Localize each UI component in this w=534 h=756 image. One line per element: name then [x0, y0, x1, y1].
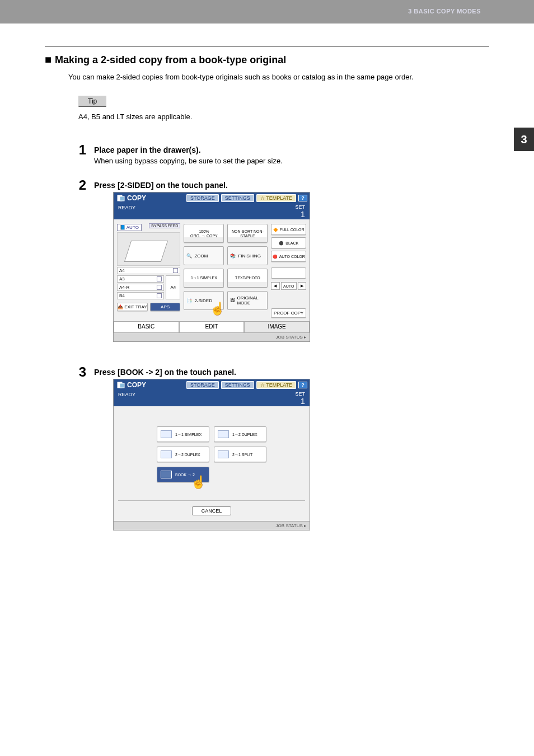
text-photo-button[interactable]: TEXT/PHOTO: [227, 269, 268, 288]
template-button[interactable]: ☆ TEMPLATE: [256, 381, 296, 389]
auto-color-button[interactable]: 🔴AUTO COLOR: [271, 251, 306, 262]
step-number: 1: [74, 143, 86, 171]
simplex-1-1-button[interactable]: 1→1 SIMPLEX: [157, 426, 209, 442]
section-title-text: Making a 2-sided copy from a book-type o…: [55, 54, 286, 65]
black-button[interactable]: ⚫BLACK: [271, 237, 306, 248]
duplex-1-2-button[interactable]: 1→2 DUPLEX: [214, 426, 266, 442]
tray-icon: [173, 268, 178, 273]
density-slider[interactable]: ◀ AUTO ▶: [271, 282, 306, 290]
tray-a3[interactable]: A3: [117, 275, 164, 283]
tip-label: Tip: [78, 96, 106, 107]
panel-footer: JOB STATUS ▸: [114, 332, 310, 341]
tip-bar: Tip: [78, 96, 489, 107]
set-counter: SET1: [295, 392, 305, 405]
cancel-row: CANCEL: [118, 500, 305, 521]
simplex-icon: [161, 430, 172, 438]
step-title: Place paper in the drawer(s).: [94, 145, 283, 154]
tray-a4[interactable]: A4: [117, 267, 180, 274]
panel-status-bar: READY SET1: [114, 204, 310, 219]
finishing-button[interactable]: 📚FINISHING: [227, 246, 268, 265]
book-2-button[interactable]: BOOK → 2☝: [157, 467, 209, 482]
section-intro: You can make 2-sided copies from book-ty…: [68, 73, 489, 81]
svg-rect-3: [120, 383, 124, 388]
bypass-feed-button[interactable]: BYPASS FEED: [149, 223, 180, 228]
panel-header: COPY STORAGE SETTINGS ☆ TEMPLATE ?: [114, 379, 310, 391]
aps-button[interactable]: APS: [150, 303, 181, 311]
tray-a4r[interactable]: A4-R: [117, 284, 164, 291]
step-2: 2 Press [2-SIDED] on the touch panel. CO…: [74, 179, 489, 358]
2sided-button[interactable]: 📑2-SIDED☝: [184, 291, 224, 310]
tip-text: A4, B5 and LT sizes are applicable.: [78, 112, 489, 121]
panel-body: 1→1 SIMPLEX 1→2 DUPLEX 2→2 DUPLEX 2→1 SP…: [114, 406, 310, 521]
step-1: 1 Place paper in the drawer(s). When usi…: [74, 143, 489, 171]
panel-title: COPY: [117, 381, 146, 389]
original-mode-button[interactable]: 🖼ORIGINAL MODE: [227, 291, 268, 310]
touch-panel-duplex: COPY STORAGE SETTINGS ☆ TEMPLATE ? READY…: [113, 379, 310, 530]
auto-color-icon: 🔴: [273, 255, 278, 259]
ratio-button[interactable]: 100%ORG. → COPY: [184, 224, 224, 243]
split-icon: [218, 450, 229, 458]
original-mode-icon: 🖼: [230, 298, 235, 303]
tray-icon: [157, 285, 162, 290]
auto-badge[interactable]: 📘 AUTO: [117, 224, 142, 231]
duplex-icon: [161, 450, 172, 458]
color-icon: 🔶: [273, 228, 278, 232]
tab-edit[interactable]: EDIT: [179, 321, 245, 332]
cancel-button[interactable]: CANCEL: [192, 506, 232, 515]
storage-button[interactable]: STORAGE: [186, 381, 219, 389]
step-title: Press [BOOK -> 2] on the touch panel.: [94, 368, 310, 377]
tray-side-a4[interactable]: A4: [166, 275, 180, 299]
touch-panel-basic: COPY STORAGE SETTINGS ☆ TEMPLATE ? READY…: [113, 192, 310, 342]
section-marker: ■: [45, 53, 51, 65]
book-icon: [161, 471, 172, 478]
step-number: 2: [74, 179, 86, 358]
finishing-icon: 📚: [230, 253, 236, 259]
section-heading: ■Making a 2-sided copy from a book-type …: [45, 53, 489, 66]
proof-copy-button[interactable]: PROOF COPY: [271, 308, 306, 318]
template-button[interactable]: ☆ TEMPLATE: [256, 194, 296, 202]
exit-tray-button[interactable]: 📤 EXIT TRAY: [117, 303, 148, 311]
tray-icon: [157, 276, 162, 281]
panel-tabs: BASIC EDIT IMAGE: [114, 321, 310, 332]
settings-button[interactable]: SETTINGS: [221, 381, 254, 389]
step-3: 3 Press [BOOK -> 2] on the touch panel. …: [74, 365, 489, 546]
full-color-button[interactable]: 🔶FULL COLOR: [271, 224, 306, 235]
duplex-icon: 📑: [186, 298, 192, 303]
set-counter: SET1: [295, 205, 305, 218]
density-gauge: [271, 267, 306, 279]
svg-rect-1: [120, 196, 124, 201]
step-title: Press [2-SIDED] on the touch panel.: [94, 181, 310, 190]
panel-footer: JOB STATUS ▸: [114, 521, 310, 530]
settings-button[interactable]: SETTINGS: [221, 194, 254, 202]
tray-b4[interactable]: B4: [117, 292, 164, 299]
copy-icon: [117, 382, 125, 388]
sort-staple-button[interactable]: NON-SORT NON-STAPLE: [227, 224, 268, 243]
split-2-1-button[interactable]: 2→1 SPLIT: [214, 447, 266, 462]
tray-icon: [157, 293, 162, 298]
zoom-icon: 🔍: [186, 253, 192, 259]
zoom-button[interactable]: 🔍ZOOM: [184, 246, 224, 265]
tab-image[interactable]: IMAGE: [244, 321, 310, 332]
panel-header: COPY STORAGE SETTINGS ☆ TEMPLATE ?: [114, 192, 310, 204]
tab-basic[interactable]: BASIC: [114, 321, 179, 332]
duplex-2-2-button[interactable]: 2→2 DUPLEX: [157, 447, 209, 462]
pointer-icon: ☝: [210, 302, 225, 316]
help-button[interactable]: ?: [298, 382, 307, 388]
auto-density-button[interactable]: AUTO: [281, 282, 297, 290]
slider-left-icon[interactable]: ◀: [271, 282, 279, 290]
copy-icon: [117, 195, 125, 201]
job-status-button[interactable]: JOB STATUS: [276, 335, 303, 340]
black-icon: ⚫: [279, 241, 284, 245]
step-number: 3: [74, 365, 86, 546]
storage-button[interactable]: STORAGE: [186, 194, 219, 202]
help-button[interactable]: ?: [298, 195, 307, 201]
simplex-button[interactable]: 1→1 SIMPLEX: [184, 269, 224, 288]
status-text: READY: [118, 205, 135, 210]
pointer-icon: ☝: [191, 475, 206, 490]
duplex-icon: [218, 430, 229, 438]
slider-right-icon[interactable]: ▶: [298, 282, 306, 290]
step-detail: When using bypass copying, be sure to se…: [94, 157, 283, 165]
job-status-button[interactable]: JOB STATUS: [276, 523, 303, 528]
panel-title: COPY: [117, 194, 146, 202]
page-header-bar: 3 BASIC COPY MODES: [0, 0, 534, 24]
